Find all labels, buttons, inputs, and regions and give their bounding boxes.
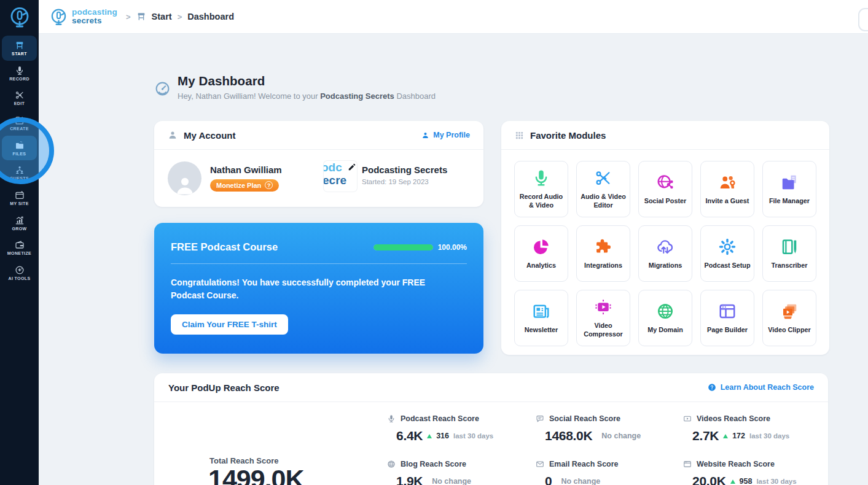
- layout-icon: [718, 302, 737, 320]
- pie-chart-icon: [532, 238, 550, 256]
- chat-bubble-icon: [536, 414, 544, 423]
- module-tile-analytics[interactable]: Analytics: [514, 225, 568, 282]
- total-reach-value: 1499.0K: [208, 464, 304, 485]
- sidebar-item-label: GROW: [12, 227, 26, 231]
- sidebar-item-start[interactable]: START: [2, 36, 37, 61]
- sidebar-item-edit[interactable]: EDIT: [2, 85, 37, 111]
- stat-label: Website Reach Score: [697, 460, 775, 468]
- favorite-modules-card: Favorite Modules Record Audio & Video Au…: [501, 121, 829, 355]
- stat-value: 20.0K: [692, 474, 726, 485]
- sidebar-nav: START RECORD EDIT CREATE FILES GUESTS: [0, 34, 39, 285]
- help-icon[interactable]: [265, 181, 273, 189]
- free-course-card: FREE Podcast Course 100.00% Congratulati…: [154, 223, 483, 354]
- sidebar-logo[interactable]: [0, 0, 39, 34]
- module-tile-audio-video-editor[interactable]: Audio & Video Editor: [576, 161, 630, 217]
- module-label: Transcriber: [768, 261, 811, 270]
- module-tile-newsletter[interactable]: Newsletter: [514, 290, 568, 346]
- favorite-modules-title: Favorite Modules: [530, 130, 606, 141]
- module-tile-video-compressor[interactable]: Video Compressor: [576, 290, 630, 346]
- stat-value: 1.9K: [396, 474, 423, 485]
- podcast-cover-thumbnail[interactable]: odc ecre: [324, 161, 357, 192]
- plan-badge[interactable]: Monetize Plan: [210, 179, 279, 192]
- people-network-icon: [15, 165, 25, 175]
- sidebar-item-grow[interactable]: GROW: [2, 211, 37, 236]
- top-header: podcasting secrets > Start > Dashboard: [39, 0, 868, 34]
- pen-square-icon: [15, 115, 25, 125]
- app-window: podcasting secrets > Start > Dashboard S…: [0, 0, 868, 485]
- page-title: My Dashboard: [178, 74, 436, 88]
- module-tile-page-builder[interactable]: Page Builder: [700, 290, 754, 346]
- learn-link-label: Learn About Reach Score: [721, 383, 814, 392]
- sidebar-item-files[interactable]: FILES: [2, 136, 37, 161]
- module-label: Video Compressor: [577, 321, 630, 338]
- film-stack-icon: [780, 302, 799, 320]
- module-tile-social-poster[interactable]: Social Poster: [638, 161, 692, 217]
- user-name: Nathan Gwilliam: [210, 165, 282, 175]
- module-tile-video-clipper[interactable]: Video Clipper: [762, 290, 816, 346]
- favorite-modules-header: Favorite Modules: [501, 121, 829, 150]
- video-play-icon: [594, 298, 612, 316]
- module-label: File Manager: [766, 196, 813, 205]
- my-profile-link[interactable]: My Profile: [421, 131, 470, 139]
- module-tile-transcriber[interactable]: Transcriber: [762, 225, 816, 282]
- stat-label: Email Reach Score: [549, 460, 619, 468]
- person-icon: [168, 130, 178, 140]
- grid-icon: [515, 131, 524, 140]
- my-profile-label: My Profile: [433, 131, 470, 139]
- module-label: Audio & Video Editor: [577, 192, 630, 209]
- module-tile-record-audio-video[interactable]: Record Audio & Video: [514, 161, 568, 217]
- stat-value: 1468.0K: [545, 429, 592, 443]
- globe-icon: [656, 302, 674, 320]
- module-tile-integrations[interactable]: Integrations: [576, 225, 630, 282]
- sidebar-item-create[interactable]: CREATE: [2, 111, 37, 136]
- learn-about-reach-score-link[interactable]: Learn About Reach Score: [708, 383, 814, 392]
- stat-social-reach: Social Reach Score 1468.0KNo change: [536, 414, 683, 443]
- module-label: Record Audio & Video: [515, 192, 568, 209]
- brand-wordmark: podcasting secrets: [72, 8, 117, 25]
- gear-icon: [718, 238, 737, 256]
- module-label: My Domain: [644, 325, 686, 334]
- up-arrow-icon: [427, 434, 432, 438]
- module-tile-podcast-setup[interactable]: Podcast Setup: [700, 225, 754, 282]
- microphone-icon: [532, 169, 550, 187]
- video-frame-icon: [683, 414, 692, 423]
- scissors-icon: [594, 169, 612, 187]
- module-tile-migrations[interactable]: Migrations: [638, 225, 692, 282]
- sidebar-item-label: MONETIZE: [7, 251, 31, 255]
- sidebar-item-label: CREATE: [10, 126, 29, 131]
- sidebar-item-monetize[interactable]: MONETIZE: [2, 236, 37, 261]
- stat-website-reach: Website Reach Score 20.0K958last 30 days: [683, 460, 837, 485]
- module-label: Invite a Guest: [703, 196, 753, 205]
- cloud-arrows-icon: [656, 238, 674, 256]
- folder-file-icon: [780, 173, 799, 192]
- brand-line2: secrets: [72, 17, 117, 25]
- module-tile-invite-guest[interactable]: Invite a Guest: [700, 161, 754, 217]
- breadcrumb-section[interactable]: Start: [152, 12, 172, 21]
- module-label: Integrations: [581, 261, 625, 270]
- sidebar-item-record[interactable]: RECORD: [2, 61, 37, 86]
- sidebar-item-guests[interactable]: GUESTS: [2, 160, 37, 185]
- envelope-icon: [536, 460, 544, 468]
- reach-score-title: Your PodUp Reach Score: [168, 382, 280, 393]
- stat-label: Blog Reach Score: [401, 460, 466, 468]
- module-tile-file-manager[interactable]: File Manager: [762, 161, 816, 217]
- stat-label: Social Reach Score: [549, 414, 620, 423]
- edit-pencil-icon[interactable]: [348, 163, 356, 171]
- search-box-partial[interactable]: [858, 8, 868, 31]
- stat-delta: 316: [436, 432, 449, 440]
- claim-tshirt-button[interactable]: Claim Your FREE T-shirt: [171, 314, 288, 335]
- gauge-icon: [154, 80, 171, 97]
- sidebar-item-ai-tools[interactable]: AI TOOLS: [2, 260, 37, 285]
- sidebar-item-my-site[interactable]: MY SITE: [2, 185, 37, 211]
- breadcrumb-separator: >: [126, 12, 131, 21]
- up-arrow-icon: [730, 479, 735, 484]
- sidebar-item-label: FILES: [13, 152, 26, 156]
- brand-logo[interactable]: podcasting secrets: [49, 7, 117, 26]
- stat-note: last 30 days: [749, 432, 789, 440]
- podcast-logo-fragment: ecre: [324, 174, 357, 186]
- stat-label: Podcast Reach Score: [401, 414, 479, 423]
- module-tile-my-domain[interactable]: My Domain: [638, 290, 692, 346]
- ai-sparkle-icon: [15, 265, 25, 275]
- stat-delta: 958: [740, 477, 753, 485]
- breadcrumb-page[interactable]: Dashboard: [187, 12, 234, 21]
